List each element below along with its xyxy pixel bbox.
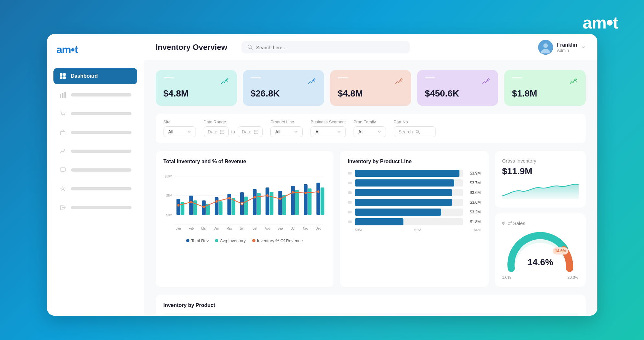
filter-site-label: Site: [164, 119, 196, 124]
sidebar-item-messages[interactable]: [53, 162, 137, 178]
kpi-value-1: $26.8K: [251, 88, 316, 99]
sidebar-item-dashboard[interactable]: Dashboard: [53, 68, 137, 84]
gross-inventory-card: Gross Inventory $11.9M: [495, 151, 586, 208]
svg-point-11: [62, 188, 64, 190]
svg-text:Jun: Jun: [240, 226, 244, 230]
filter-part-no: Part No Search: [394, 119, 436, 137]
sidebar-item-logout[interactable]: [53, 199, 137, 216]
svg-point-17: [416, 130, 419, 133]
kpi-value-0: $4.8M: [164, 88, 229, 99]
gauge-container: % of Sales 14.6%: [502, 221, 579, 280]
hbar-label-1: [348, 182, 352, 184]
svg-text:Jul: Jul: [253, 226, 256, 230]
messages-label: [71, 168, 131, 172]
kpi-bar-2: [338, 77, 348, 78]
hbar-container: $3.9M $3.7M: [348, 170, 480, 225]
filter-date-to[interactable]: Date: [238, 126, 263, 137]
kpi-card-4: $1.8M: [504, 70, 585, 106]
dashboard: $4.8M $26.8K: [144, 61, 597, 316]
svg-rect-28: [215, 197, 219, 215]
filter-business-segment-select[interactable]: All: [311, 126, 345, 137]
calendar-icon-2: [254, 130, 258, 134]
filter-part-no-search[interactable]: Search: [394, 126, 436, 137]
chevron-down-icon-2: [294, 130, 298, 134]
kpi-bar-4: [512, 77, 522, 78]
sidebar-item-settings[interactable]: [53, 181, 137, 197]
filters-row: Site All Date Range Date to: [156, 114, 586, 143]
svg-rect-35: [304, 184, 308, 215]
filter-date-from[interactable]: Date: [204, 126, 229, 137]
sidebar-item-analytics[interactable]: [53, 87, 137, 103]
sidebar-item-products[interactable]: [53, 124, 137, 141]
kpi-icon-0: [220, 77, 229, 88]
svg-rect-32: [266, 187, 269, 215]
sidebar-item-reports[interactable]: [53, 143, 137, 159]
hbar-row-4: $3.2M: [348, 209, 480, 216]
svg-text:May: May: [226, 226, 232, 230]
hbar-label-4: [348, 211, 352, 213]
sidebar-logo: amt: [53, 44, 137, 56]
filter-product-line: Product Line All: [270, 119, 303, 137]
kpi-icon-1: [307, 77, 316, 88]
svg-text:Dec: Dec: [316, 226, 321, 230]
svg-rect-42: [244, 197, 248, 215]
avatar: [538, 40, 553, 55]
kpi-bar-1: [251, 77, 261, 78]
svg-text:$0M: $0M: [166, 213, 172, 217]
svg-rect-44: [269, 192, 273, 215]
total-inventory-chart: Total Inventory and % of Revenue $10M $5…: [156, 151, 334, 287]
svg-rect-3: [63, 76, 66, 79]
search-input[interactable]: [256, 45, 404, 50]
filter-site-select[interactable]: All: [164, 126, 196, 137]
svg-text:Jan: Jan: [176, 226, 181, 230]
svg-text:$10M: $10M: [164, 174, 172, 178]
total-inventory-chart-title: Total Inventory and % of Revenue: [164, 159, 326, 164]
svg-point-60: [317, 190, 319, 193]
chevron-down-icon[interactable]: [581, 45, 586, 50]
filter-date-label: Date Range: [204, 119, 263, 124]
svg-text:Aug: Aug: [265, 226, 270, 230]
legend-inventory-revenue: Inventory % Of Revenue: [252, 238, 303, 243]
svg-point-59: [304, 192, 307, 194]
product-table: Product Line Product Family Avg Inventor…: [164, 313, 578, 316]
kpi-value-4: $1.8M: [512, 88, 578, 99]
filter-product-line-select[interactable]: All: [270, 126, 303, 137]
table-title: Inventory by Product: [164, 302, 578, 308]
hbar-label-0: [348, 172, 352, 175]
kpi-card-1: $26.8K: [243, 70, 324, 106]
gross-inventory-title: Gross Inventory: [502, 158, 579, 164]
svg-text:Mar: Mar: [201, 226, 206, 230]
svg-rect-45: [282, 195, 286, 215]
inventory-product-line-title: Inventory by Product Line: [348, 159, 480, 164]
sidebar-item-orders[interactable]: [53, 106, 137, 122]
hbar-track-0: [355, 170, 463, 177]
hbar-axis: $0M $2M $4M: [348, 228, 480, 232]
kpi-card-2: $4.8M: [330, 70, 411, 106]
user-info: Franklin Admin: [557, 42, 577, 53]
gross-inventory-value: $11.9M: [502, 166, 579, 176]
hbar-axis-1: $2M: [414, 228, 421, 232]
svg-rect-36: [316, 183, 320, 215]
filter-prod-family-select[interactable]: All: [354, 126, 386, 137]
hbar-fill-3: [355, 199, 452, 206]
hbar-fill-4: [355, 209, 441, 216]
search-bar[interactable]: [242, 41, 410, 53]
hbar-row-2: $3.6M: [348, 189, 480, 196]
search-icon-filter: [415, 130, 420, 134]
svg-rect-34: [291, 186, 295, 215]
filter-date-range: Date Range Date to Date: [204, 119, 263, 137]
svg-rect-48: [320, 187, 324, 215]
svg-point-58: [292, 191, 294, 194]
svg-rect-9: [61, 131, 65, 135]
col-inventory-change: Inventory Change Yoy: [471, 313, 578, 316]
svg-point-52: [215, 200, 218, 203]
hbar-fill-1: [355, 179, 454, 187]
legend-avg-inventory: Avg Inventory: [215, 238, 245, 243]
cart-icon: [59, 110, 66, 117]
kpi-card-3: $450.6K: [417, 70, 498, 106]
col-avg-inventory-py: Avg Inventory PY: [384, 313, 471, 316]
hbar-row-3: $3.6M: [348, 199, 480, 206]
svg-text:Nov: Nov: [303, 226, 308, 230]
svg-rect-15: [220, 130, 224, 134]
svg-rect-38: [193, 200, 197, 215]
